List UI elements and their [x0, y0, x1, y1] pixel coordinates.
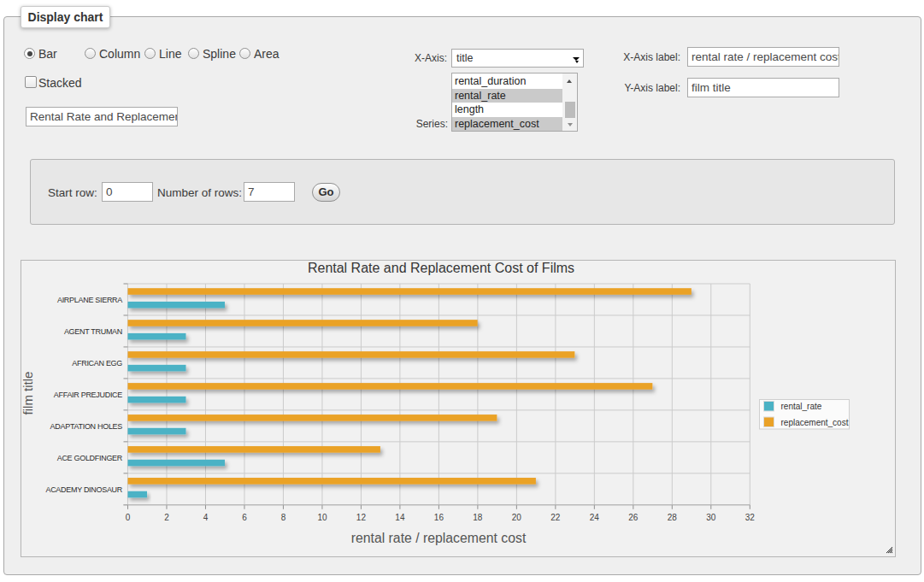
svg-text:ADAPTATION HOLES: ADAPTATION HOLES: [50, 422, 123, 431]
svg-text:ACADEMY DINOSAUR: ACADEMY DINOSAUR: [45, 485, 122, 494]
svg-text:22: 22: [550, 513, 561, 522]
svg-text:AFFAIR PREJUDICE: AFFAIR PREJUDICE: [54, 391, 123, 399]
svg-text:10: 10: [317, 513, 327, 522]
svg-text:8: 8: [281, 513, 286, 522]
svg-text:replacement_cost: replacement_cost: [781, 418, 849, 427]
svg-text:0: 0: [126, 513, 131, 522]
svg-text:rental rate / replacement cost: rental rate / replacement cost: [351, 531, 527, 545]
svg-text:rental_rate: rental_rate: [781, 402, 822, 411]
svg-text:26: 26: [628, 513, 639, 522]
svg-text:4: 4: [203, 513, 209, 522]
svg-text:32: 32: [745, 513, 756, 522]
svg-text:Rental Rate and Replacement Co: Rental Rate and Replacement Cost of Film…: [308, 261, 574, 275]
svg-text:film title: film title: [21, 372, 35, 415]
svg-text:24: 24: [590, 513, 600, 522]
svg-text:2: 2: [164, 513, 169, 522]
svg-text:28: 28: [668, 513, 678, 522]
svg-text:AFRICAN EGG: AFRICAN EGG: [72, 359, 122, 367]
svg-text:30: 30: [706, 513, 716, 522]
svg-text:14: 14: [395, 513, 405, 522]
svg-text:18: 18: [473, 513, 483, 522]
svg-text:16: 16: [434, 513, 444, 522]
svg-text:ACE GOLDFINGER: ACE GOLDFINGER: [57, 454, 123, 462]
svg-text:12: 12: [356, 513, 367, 522]
svg-text:AGENT TRUMAN: AGENT TRUMAN: [64, 327, 122, 336]
svg-text:AIRPLANE SIERRA: AIRPLANE SIERRA: [57, 296, 122, 304]
svg-text:20: 20: [512, 513, 522, 522]
svg-text:6: 6: [242, 513, 247, 522]
